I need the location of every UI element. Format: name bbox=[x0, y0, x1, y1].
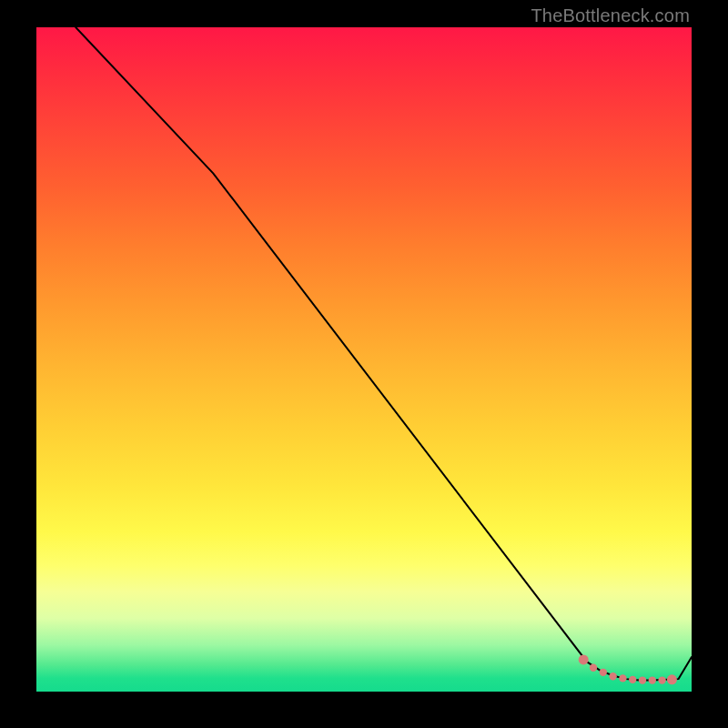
series-line bbox=[76, 27, 692, 681]
highlight-dot bbox=[667, 674, 677, 684]
highlight-dot bbox=[609, 672, 616, 680]
highlight-dot bbox=[590, 664, 597, 672]
highlight-dot bbox=[600, 669, 607, 676]
highlight-dot bbox=[658, 676, 665, 683]
highlight-dot bbox=[619, 674, 626, 682]
highlight-dot bbox=[629, 676, 636, 683]
highlight-dot bbox=[639, 676, 646, 683]
attribution-label: TheBottleneck.com bbox=[531, 5, 690, 26]
highlight-dot bbox=[579, 654, 589, 664]
chart-svg bbox=[36, 27, 692, 692]
highlight-dot bbox=[649, 676, 656, 683]
chart-stage: TheBottleneck.com bbox=[0, 0, 728, 728]
plot-area bbox=[36, 27, 692, 692]
